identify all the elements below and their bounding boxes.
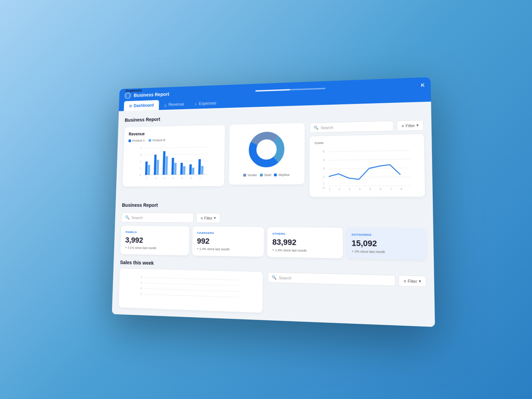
filter-button-2[interactable]: ≡ Filter ▾: [196, 213, 220, 223]
svg-rect-22: [192, 168, 194, 174]
svg-text:7: 7: [199, 177, 201, 179]
revenue-icon: △: [164, 102, 167, 107]
stat-label-chargers: CHARGERS: [197, 231, 259, 235]
svg-line-45: [328, 177, 411, 177]
stat-label-outgoings: OUTGOINGS: [351, 233, 420, 237]
svg-text:3: 3: [323, 166, 325, 170]
expenses-icon: ⌂: [195, 102, 197, 106]
stat-change-outgoings: + 2% since last month: [351, 250, 420, 255]
svg-line-43: [328, 159, 410, 160]
svg-text:1: 1: [323, 182, 325, 185]
chevron-down-icon-3: ▾: [419, 279, 421, 284]
svg-rect-17: [171, 158, 174, 175]
legend-product-a: Product A: [128, 139, 145, 142]
search-filter-row-2: 🔍 Search ≡ Filter ▾: [121, 212, 425, 225]
stat-card-panels: PANELS 3,992 + 3.1% since last month: [120, 226, 189, 255]
app-window: 👤 Business Report K ⊙ Dashboard △ Rev: [112, 77, 435, 327]
svg-text:3: 3: [164, 177, 165, 179]
svg-rect-19: [180, 163, 183, 175]
legend-dot-yonder: [243, 174, 246, 177]
user-avatar-icon: 👤: [124, 92, 131, 99]
svg-rect-18: [174, 163, 177, 175]
svg-text:2: 2: [338, 187, 340, 190]
stat-label-others: OTHERS: [272, 232, 337, 236]
search-box-2[interactable]: 🔍 Search: [121, 212, 194, 223]
svg-rect-13: [154, 155, 157, 175]
search-box-1[interactable]: 🔍 Search: [310, 121, 394, 133]
chevron-down-icon-1: ▾: [416, 123, 419, 128]
svg-point-35: [258, 141, 276, 159]
svg-line-7: [144, 161, 208, 161]
svg-rect-23: [198, 159, 201, 175]
svg-rect-11: [145, 161, 148, 175]
stat-label-panels: PANELS: [126, 231, 184, 234]
stat-value-others: 83,992: [272, 238, 338, 248]
stat-value-chargers: 992: [197, 237, 259, 246]
search-icon-3: 🔍: [272, 275, 277, 280]
legend-dot-skyblue: [274, 173, 277, 176]
search-box-3[interactable]: 🔍 Search: [268, 272, 395, 286]
svg-line-59: [144, 277, 239, 280]
svg-text:5: 5: [323, 149, 325, 153]
svg-text:4: 4: [173, 177, 174, 179]
tab-dashboard[interactable]: ⊙ Dashboard: [124, 100, 159, 111]
svg-text:1: 1: [146, 177, 148, 179]
scrollbar-track: [255, 88, 326, 92]
tab-expenses[interactable]: ⌂ Expenses: [189, 98, 222, 109]
chevron-down-icon-2: ▾: [214, 216, 216, 220]
stat-card-chargers: CHARGERS 992 + 1.4% since last month: [192, 226, 264, 257]
user-initial: K: [421, 82, 425, 88]
svg-rect-20: [183, 166, 185, 174]
costs-label: Costs: [315, 141, 323, 145]
revenue-chart-card: Revenue Product A Product B: [123, 125, 225, 187]
revenue-chart-title: Revenue: [129, 130, 220, 137]
legend-dot-b: [149, 139, 151, 142]
search-icon-2: 🔍: [125, 215, 129, 220]
svg-text:0: 0: [139, 173, 141, 177]
svg-line-42: [328, 150, 410, 152]
scrollbar-thumb: [255, 89, 290, 92]
legend-product-b: Product B: [149, 138, 165, 142]
svg-text:2: 2: [140, 292, 142, 295]
filter-icon-2: ≡: [201, 216, 203, 220]
expenses-title: Expenses: [126, 88, 142, 93]
bar-chart-area: 4 3 2 1 0: [127, 143, 220, 182]
legend-yonder: Yonder: [243, 173, 257, 177]
svg-rect-14: [156, 160, 159, 175]
svg-text:7: 7: [390, 187, 392, 190]
search-filter-row-1: 🔍 Search ≡ Filter ▾: [310, 120, 424, 133]
stat-value-outgoings: 15,092: [351, 238, 420, 249]
search-area-3: 🔍 Search ≡ Filter ▾: [267, 272, 427, 319]
filter-button-3[interactable]: ≡ Filter ▾: [399, 275, 427, 287]
filter-icon-3: ≡: [404, 278, 406, 283]
svg-text:3: 3: [140, 153, 142, 156]
svg-text:8: 8: [400, 187, 403, 190]
stat-card-outgoings: OUTGOINGS 15,092 + 2% since last month: [346, 228, 426, 260]
search-icon-1: 🔍: [314, 125, 318, 130]
stat-card-others: OTHERS 83,992 + 1.4% since last month: [267, 227, 343, 258]
revenue-legend: Product A Product B: [128, 137, 220, 143]
bar-chart-svg: 4 3 2 1 0: [127, 143, 220, 182]
svg-rect-21: [189, 164, 192, 174]
legend-steel: Steel: [260, 173, 271, 177]
svg-text:3: 3: [140, 287, 142, 290]
svg-text:4: 4: [140, 146, 142, 150]
svg-text:1: 1: [140, 167, 142, 170]
stat-change-chargers: + 1.4% since last month: [197, 247, 259, 252]
svg-text:6: 6: [379, 187, 381, 190]
svg-line-61: [144, 289, 239, 292]
stat-change-others: + 1.4% since last month: [272, 248, 338, 253]
svg-line-6: [144, 154, 208, 155]
tab-revenue[interactable]: △ Revenue: [159, 99, 189, 110]
legend-dot-a: [128, 139, 131, 142]
svg-rect-16: [165, 156, 168, 175]
svg-text:6: 6: [190, 177, 192, 179]
svg-text:4: 4: [359, 187, 361, 190]
sales-chart-svg: 5 4 3 2: [123, 273, 258, 306]
sales-chart-card: 5 4 3 2: [118, 268, 263, 313]
svg-rect-12: [148, 165, 150, 175]
svg-text:2: 2: [323, 175, 325, 179]
svg-text:4: 4: [141, 281, 143, 284]
svg-text:2: 2: [140, 160, 142, 163]
filter-button-1[interactable]: ≡ Filter ▾: [397, 120, 424, 131]
